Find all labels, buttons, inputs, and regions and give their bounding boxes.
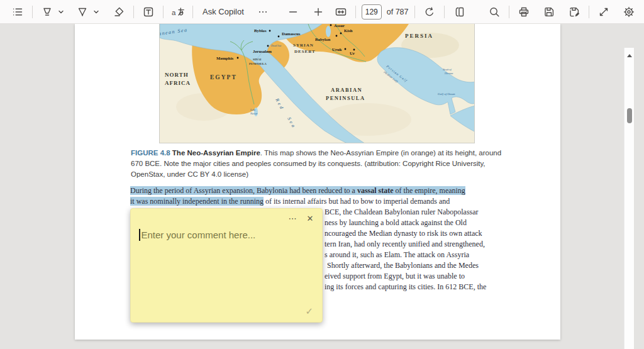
map-label-syrian-desert: DESERT	[294, 49, 316, 54]
chevron-down-icon	[92, 8, 100, 16]
comment-input[interactable]: Enter your comment here...	[139, 229, 314, 241]
fit-to-width-button[interactable]	[332, 3, 350, 21]
eraser-icon	[113, 6, 125, 18]
toolbar-separator	[589, 6, 589, 18]
zoom-in-button[interactable]	[309, 3, 327, 21]
fit-width-icon	[335, 6, 347, 18]
map-label-north-africa: NORTH	[165, 72, 189, 78]
search-button[interactable]	[486, 3, 503, 21]
save-as-icon	[568, 6, 580, 18]
plus-icon	[312, 6, 325, 18]
figure-caption-line2: 670 BCE. Note the major cities and peopl…	[131, 158, 486, 169]
page-number-input[interactable]	[362, 4, 382, 19]
minus-icon	[287, 6, 299, 18]
map-label-north-africa: AFRICA	[165, 80, 191, 86]
toolbar-separator	[444, 6, 445, 18]
map-city-babylon: Babylon	[315, 37, 330, 42]
add-text-icon	[142, 6, 155, 18]
map-label-lake-nasser: Lake	[250, 108, 255, 111]
paragraph-fragment: tern Iran, had only recently unified and…	[325, 239, 485, 250]
map-city-assur: Assur	[334, 24, 345, 28]
pen-icon	[76, 6, 89, 18]
selected-text: it was nominally independent in the runn…	[130, 197, 264, 206]
highlight-button[interactable]	[38, 3, 56, 21]
pdf-canvas: Mediterranean Sea NORTH AFRICA EGYPT SIN…	[0, 24, 634, 349]
more-options-icon	[257, 6, 269, 18]
add-text-button[interactable]	[140, 3, 157, 21]
ask-copilot-label: Ask Copilot	[199, 7, 248, 16]
map-city-jerusalem: Jerusalem	[253, 49, 272, 53]
toolbar-separator	[133, 6, 134, 18]
map-city-memphis: Memphis	[216, 56, 234, 60]
toolbar-separator	[163, 6, 164, 18]
print-button[interactable]	[515, 3, 533, 21]
selected-text: During the period of Assyrian expansion,…	[130, 186, 465, 195]
page-total-label: of 787	[387, 8, 409, 16]
map-label-sinai: PENINSULA	[249, 62, 267, 65]
figure-label: FIGURE 4.8	[131, 149, 170, 157]
map-city-byblos: Byblos	[254, 28, 267, 33]
toolbar-separator	[509, 6, 509, 18]
save-button[interactable]	[540, 3, 558, 21]
toolbar-separator	[192, 6, 193, 18]
highlighter-icon	[41, 6, 53, 18]
paragraph-fragment: ing its forces and capturing its cities.…	[325, 282, 486, 292]
figure-map-image: Mediterranean Sea NORTH AFRICA EGYPT SIN…	[159, 24, 475, 143]
vertical-scrollbar[interactable]	[624, 48, 634, 349]
gear-icon	[623, 6, 635, 18]
map-label-syrian-desert: SYRIAN	[293, 43, 314, 48]
save-icon	[543, 6, 555, 18]
zoom-out-button[interactable]	[284, 3, 302, 21]
rotate-icon	[423, 6, 436, 18]
fullscreen-button[interactable]	[595, 3, 613, 21]
erase-button[interactable]	[110, 3, 128, 21]
svg-text:a: a	[172, 8, 176, 16]
map-label-strait-of-hormuz: Hormuz	[444, 72, 453, 75]
comment-confirm-button[interactable]: ✓	[305, 306, 313, 317]
comment-more-button[interactable]: ⋯	[287, 213, 298, 224]
table-of-contents-button[interactable]	[9, 3, 26, 21]
close-icon: ✕	[307, 214, 314, 223]
map-label-gulf-of-oman: Gulf of Oman	[438, 92, 455, 96]
toolbar-separator	[32, 6, 33, 18]
page-view-icon	[453, 6, 465, 18]
map-label-egypt: EGYPT	[210, 74, 237, 80]
translate-icon: a	[171, 6, 185, 18]
pdf-toolbar: a Ask Copilot of 787	[0, 0, 644, 24]
expand-icon	[597, 6, 610, 18]
check-icon: ✓	[305, 306, 313, 316]
map-label-sinai: SINAI	[253, 58, 261, 61]
scrollbar-thumb[interactable]	[627, 108, 632, 123]
figure-title: The Neo-Assyrian Empire	[170, 149, 260, 157]
highlight-dropdown[interactable]	[56, 3, 66, 21]
search-icon	[488, 6, 501, 18]
map-city-damascus: Damascus	[282, 31, 301, 36]
figure-caption-line3: OpenStax, under CC BY 4.0 license)	[131, 169, 248, 180]
text-cursor	[139, 229, 140, 241]
map-city-ur: Ur	[350, 51, 355, 55]
paragraph-line2: it was nominally independent in the runn…	[130, 196, 450, 207]
comment-close-button[interactable]: ✕	[304, 213, 316, 224]
map-label-dead-sea: Dead Sea	[270, 44, 281, 47]
ask-copilot-button[interactable]: Ask Copilot	[199, 3, 248, 21]
paragraph-fragment: ncouraged the Median dynasty to risk its…	[325, 228, 482, 239]
save-as-button[interactable]	[565, 3, 583, 21]
figure-caption-line1: FIGURE 4.8 The Neo-Assyrian Empire. This…	[131, 148, 501, 158]
page-view-button[interactable]	[450, 3, 468, 21]
rotate-button[interactable]	[421, 3, 438, 21]
map-label-lake-nasser: Nasser	[250, 112, 258, 115]
scroll-up-arrow-icon[interactable]	[627, 54, 632, 57]
comment-popup: ⋯ ✕ Enter your comment here... ✓	[130, 208, 323, 323]
draw-button[interactable]	[74, 3, 91, 21]
draw-dropdown[interactable]	[91, 3, 101, 21]
paragraph-line1: During the period of Assyrian expansion,…	[130, 186, 465, 196]
map-city-kish: Kish	[344, 28, 353, 33]
comment-placeholder: Enter your comment here...	[142, 230, 256, 240]
map-label-persia: PERSIA	[405, 33, 433, 39]
more-options-button[interactable]	[254, 3, 272, 21]
print-icon	[518, 6, 530, 18]
settings-button[interactable]	[620, 3, 638, 21]
more-options-icon: ⋯	[289, 214, 297, 223]
read-aloud-translate-button[interactable]: a	[169, 3, 187, 21]
paragraph-fragment: Shortly afterward, the Babylonians and t…	[327, 260, 479, 271]
